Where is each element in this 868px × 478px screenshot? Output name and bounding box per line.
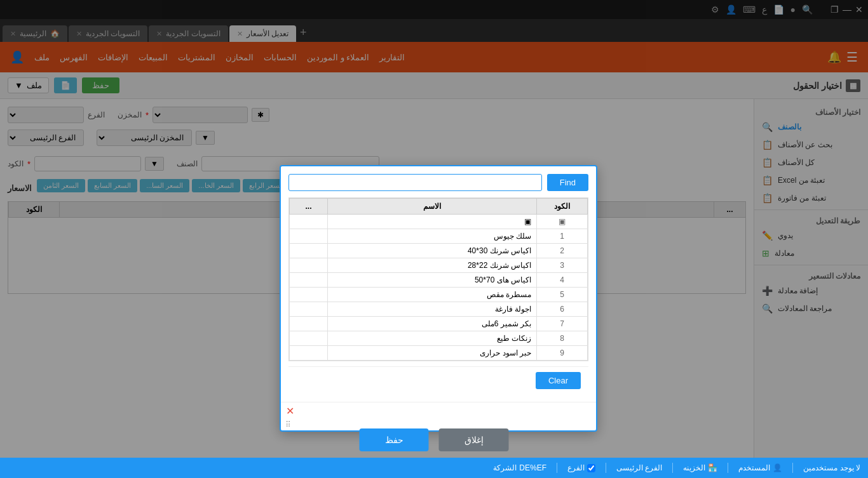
modal-cell-code: 4 <box>537 273 588 288</box>
modal-cell-name: اكياس هاى 70*50 <box>328 273 537 288</box>
modal-close-btn[interactable]: ✕ <box>286 405 294 417</box>
modal-table-scroll[interactable]: الكود الاسم ... ▣ ▣ 1 سلك جيوس 2 اكياس ش… <box>288 197 588 361</box>
modal-cell-code: 3 <box>537 258 588 273</box>
modal-cell-code: 9 <box>537 346 588 361</box>
modal-table-row[interactable]: 1 سلك جيوس <box>290 229 588 244</box>
modal-table-row[interactable]: ▣ ▣ <box>290 215 588 229</box>
cancel-button[interactable]: إغلاق <box>439 428 509 451</box>
modal-search-input[interactable] <box>288 174 542 191</box>
modal-cell-name: زنكات طيع <box>328 331 537 346</box>
bottom-actions: إغلاق حفظ <box>360 428 509 451</box>
modal-col-name: الاسم <box>328 199 537 215</box>
modal-cell-extra <box>290 215 328 229</box>
search-modal: Find الكود الاسم ... ▣ ▣ <box>280 165 597 432</box>
modal-col-extra: ... <box>290 199 328 215</box>
modal-table-row[interactable]: 6 اجولة فارغة <box>290 302 588 317</box>
modal-close-row: ✕ <box>281 402 596 420</box>
modal-cell-extra <box>290 302 328 317</box>
modal-cell-code: 7 <box>537 317 588 331</box>
modal-cell-extra <box>290 317 328 331</box>
modal-cell-code: 8 <box>537 331 588 346</box>
modal-col-code: الكود <box>537 199 588 215</box>
modal-table-row[interactable]: 3 اكياس شرنك 22*28 <box>290 258 588 273</box>
modal-cell-name: اجولة فارغة <box>328 302 537 317</box>
modal-cell-name: اكياس شرنك 30*40 <box>328 244 537 258</box>
modal-table-row[interactable]: 8 زنكات طيع <box>290 331 588 346</box>
modal-cell-extra <box>290 331 328 346</box>
modal-cell-name: سلك جيوس <box>328 229 537 244</box>
resize-handle[interactable]: ⠿ <box>281 420 291 430</box>
modal-search-row: Find <box>288 174 588 191</box>
modal-body: Find الكود الاسم ... ▣ ▣ <box>281 166 596 402</box>
modal-cell-name: بكر شمير 6ملى <box>328 317 537 331</box>
modal-table-row[interactable]: 7 بكر شمير 6ملى <box>290 317 588 331</box>
modal-cell-extra <box>290 258 328 273</box>
modal-cell-extra <box>290 229 328 244</box>
find-button[interactable]: Find <box>547 174 588 191</box>
modal-cell-extra <box>290 288 328 302</box>
modal-cell-name: اكياس شرنك 22*28 <box>328 258 537 273</box>
modal-table-row[interactable]: 5 مسطرة مقص <box>290 288 588 302</box>
modal-overlay: Find الكود الاسم ... ▣ ▣ <box>0 0 868 458</box>
modal-table: الكود الاسم ... ▣ ▣ 1 سلك جيوس 2 اكياس ش… <box>289 198 588 361</box>
save-main-button[interactable]: حفظ <box>360 428 429 451</box>
modal-cell-name: ▣ <box>328 215 537 229</box>
modal-cell-code: 2 <box>537 244 588 258</box>
modal-cell-name: مسطرة مقص <box>328 288 537 302</box>
modal-cell-code: ▣ <box>537 215 588 229</box>
modal-cell-extra <box>290 273 328 288</box>
modal-cell-code: 6 <box>537 302 588 317</box>
modal-table-row[interactable]: 2 اكياس شرنك 30*40 <box>290 244 588 258</box>
clear-button[interactable]: Clear <box>536 372 581 389</box>
modal-cell-code: 5 <box>537 288 588 302</box>
modal-cell-code: 1 <box>537 229 588 244</box>
modal-cell-name: حبر اسود حرارى <box>328 346 537 361</box>
modal-cell-extra <box>290 244 328 258</box>
modal-table-row[interactable]: 9 حبر اسود حرارى <box>290 346 588 361</box>
modal-cell-extra <box>290 346 328 361</box>
modal-footer: Clear <box>288 366 588 394</box>
modal-table-row[interactable]: 4 اكياس هاى 70*50 <box>290 273 588 288</box>
